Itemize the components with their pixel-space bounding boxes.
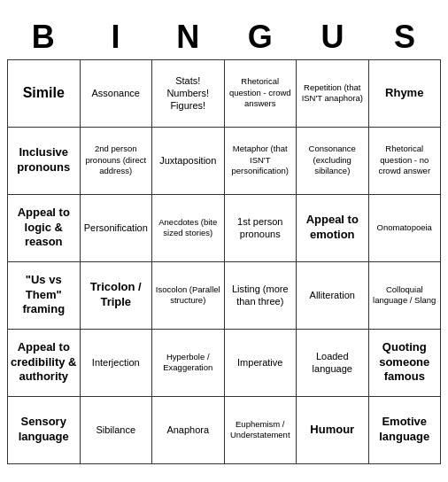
cell-text-31: Sibilance xyxy=(96,424,135,436)
cell-text-9: Metaphor (that ISN'T personification) xyxy=(228,144,294,176)
cell-text-13: Personification xyxy=(84,222,148,234)
bingo-cell-23: Colloquial language / Slang xyxy=(369,262,442,330)
cell-text-20: Isocolon (Parallel structure) xyxy=(155,284,221,307)
cell-text-16: Appeal to emotion xyxy=(299,213,366,243)
cell-text-5: Rhyme xyxy=(385,86,423,101)
bingo-cell-15: 1st person pronouns xyxy=(225,195,297,262)
cell-text-18: "Us vs Them" framing xyxy=(11,273,77,318)
bingo-cell-5: Rhyme xyxy=(369,60,442,128)
bingo-cell-21: Listing (more than three) xyxy=(225,262,297,330)
bingo-cell-3: Rhetorical question - crowd answers xyxy=(225,60,297,128)
cell-text-26: Hyperbole / Exaggeration xyxy=(155,352,221,374)
bingo-cell-10: Consonance (excluding sibilance) xyxy=(297,128,369,195)
bingo-cell-27: Imperative xyxy=(225,330,297,397)
cell-text-29: Quoting someone famous xyxy=(372,340,438,385)
title-letter-s: S xyxy=(371,19,438,56)
cell-text-30: Sensory language xyxy=(11,415,77,445)
cell-text-19: Tricolon / Triple xyxy=(83,280,150,310)
bingo-title: BINGUS xyxy=(7,19,441,56)
cell-text-0: Simile xyxy=(23,84,65,103)
bingo-cell-33: Euphemism / Understatement xyxy=(225,397,297,464)
cell-text-8: Juxtaposition xyxy=(159,154,216,167)
bingo-cell-1: Assonance xyxy=(81,60,153,128)
bingo-cell-25: Interjection xyxy=(81,330,153,397)
bingo-cell-29: Quoting someone famous xyxy=(369,330,442,397)
cell-text-2: Stats! Numbers! Figures! xyxy=(155,74,221,113)
cell-text-33: Euphemism / Understatement xyxy=(228,419,294,441)
bingo-cell-20: Isocolon (Parallel structure) xyxy=(152,262,225,330)
bingo-cell-32: Anaphora xyxy=(152,397,225,464)
cell-text-15: 1st person pronouns xyxy=(228,215,294,241)
bingo-cell-4: Repetition (that ISN'T anaphora) xyxy=(297,60,369,128)
bingo-cell-8: Juxtaposition xyxy=(152,128,225,195)
cell-text-34: Humour xyxy=(310,423,354,438)
title-letter-g: G xyxy=(227,19,294,56)
cell-text-21: Listing (more than three) xyxy=(228,283,294,308)
bingo-cell-12: Appeal to logic & reason xyxy=(8,195,81,262)
bingo-cell-14: Anecdotes (bite sized stories) xyxy=(152,195,225,262)
cell-text-12: Appeal to logic & reason xyxy=(11,206,77,251)
cell-text-11: Rhetorical question - no crowd answer xyxy=(372,144,438,176)
cell-text-14: Anecdotes (bite sized stories) xyxy=(155,217,221,239)
cell-text-22: Alliteration xyxy=(310,289,355,301)
bingo-cell-11: Rhetorical question - no crowd answer xyxy=(369,128,442,195)
bingo-cell-6: Inclusive pronouns xyxy=(8,128,81,195)
title-letter-b: B xyxy=(10,19,77,56)
cell-text-1: Assonance xyxy=(92,87,140,99)
cell-text-17: Onomatopoeia xyxy=(377,222,432,233)
cell-text-4: Repetition (that ISN'T anaphora) xyxy=(299,82,366,105)
bingo-cell-18: "Us vs Them" framing xyxy=(8,262,81,330)
bingo-cell-7: 2nd person pronouns (direct address) xyxy=(81,128,153,195)
cell-text-25: Interjection xyxy=(92,356,140,369)
bingo-cell-24: Appeal to credibility & authority xyxy=(8,330,81,397)
bingo-cell-26: Hyperbole / Exaggeration xyxy=(152,330,225,397)
title-letter-n: N xyxy=(154,19,221,56)
cell-text-32: Anaphora xyxy=(166,424,209,436)
cell-text-6: Inclusive pronouns xyxy=(11,145,77,175)
cell-text-10: Consonance (excluding sibilance) xyxy=(299,144,366,176)
cell-text-28: Loaded language xyxy=(299,350,366,376)
bingo-cell-31: Sibilance xyxy=(81,397,153,464)
bingo-cell-2: Stats! Numbers! Figures! xyxy=(152,60,225,128)
cell-text-24: Appeal to credibility & authority xyxy=(11,340,77,385)
bingo-cell-30: Sensory language xyxy=(8,397,81,464)
bingo-cell-34: Humour xyxy=(297,397,369,464)
bingo-cell-0: Simile xyxy=(8,60,81,128)
bingo-cell-13: Personification xyxy=(81,195,153,262)
bingo-cell-22: Alliteration xyxy=(297,262,369,330)
cell-text-23: Colloquial language / Slang xyxy=(372,284,438,307)
bingo-cell-35: Emotive language xyxy=(369,397,442,464)
bingo-cell-16: Appeal to emotion xyxy=(297,195,369,262)
cell-text-27: Imperative xyxy=(237,356,282,369)
cell-text-7: 2nd person pronouns (direct address) xyxy=(83,144,150,176)
cell-text-35: Emotive language xyxy=(372,415,438,445)
bingo-cell-19: Tricolon / Triple xyxy=(81,262,153,330)
title-letter-i: I xyxy=(81,19,149,56)
bingo-grid: SimileAssonanceStats! Numbers! Figures!R… xyxy=(7,59,441,464)
bingo-cell-28: Loaded language xyxy=(297,330,369,397)
title-letter-u: U xyxy=(298,19,366,56)
bingo-cell-17: Onomatopoeia xyxy=(369,195,442,262)
cell-text-3: Rhetorical question - crowd answers xyxy=(228,76,294,109)
bingo-card: BINGUS SimileAssonanceStats! Numbers! Fi… xyxy=(0,12,448,471)
bingo-cell-9: Metaphor (that ISN'T personification) xyxy=(225,128,297,195)
